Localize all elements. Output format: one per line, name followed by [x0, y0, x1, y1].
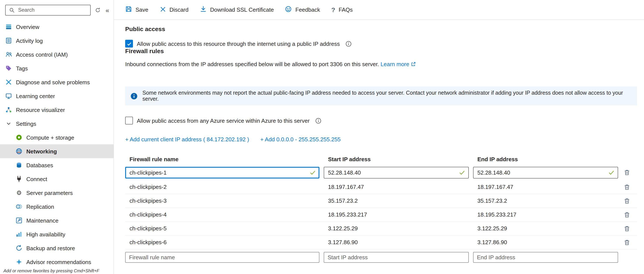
learn-more-link[interactable]: Learn more — [380, 61, 416, 67]
sidebar-item-label: Connect — [26, 176, 47, 182]
sidebar-search-bar: « — [0, 0, 114, 19]
sidebar-item-label: Maintenance — [26, 217, 58, 224]
activity-log-icon — [5, 37, 12, 44]
firewall-rule-row-editing — [125, 165, 637, 180]
add-client-ip-link[interactable]: + Add current client IP address ( 84.172… — [125, 136, 249, 143]
networking-icon — [16, 148, 22, 155]
question-mark-icon: ? — [331, 7, 335, 13]
sidebar-item-activity-log[interactable]: Activity log — [0, 34, 114, 48]
firewall-rules-table: Firewall rule name Start IP address End … — [125, 153, 637, 263]
sidebar-item-label: Overview — [16, 24, 39, 30]
collapse-sidebar-button[interactable]: « — [105, 7, 110, 13]
start-ip-cell: 18.197.167.47 — [324, 184, 469, 190]
valid-check-icon — [310, 169, 316, 176]
high-availability-icon — [16, 231, 22, 238]
new-start-ip-input[interactable] — [324, 252, 469, 263]
diagnose-icon — [5, 79, 12, 86]
public-access-checkbox[interactable] — [125, 40, 133, 48]
save-icon — [125, 6, 132, 14]
sidebar-item-label: Access control (IAM) — [16, 51, 68, 58]
delete-rule-button[interactable] — [622, 238, 631, 246]
feedback-label: Feedback — [296, 7, 320, 13]
sidebar-item-label: Tags — [16, 65, 28, 72]
rule-name-cell: ch-clickpipes-4 — [125, 211, 320, 218]
sidebar-item-databases[interactable]: Databases — [0, 158, 114, 172]
firewall-rule-row: ch-clickpipes-2 18.197.167.47 18.197.167… — [125, 180, 637, 194]
tags-icon — [5, 65, 12, 72]
new-rule-name-input[interactable] — [125, 252, 320, 263]
feedback-smiley-icon — [285, 6, 292, 14]
resource-menu: Overview Activity log Access control (IA… — [0, 19, 114, 268]
sidebar-item-replication[interactable]: Replication — [0, 200, 114, 213]
delete-rule-button[interactable] — [622, 196, 631, 205]
public-access-heading: Public access — [125, 26, 637, 33]
new-end-ip-input[interactable] — [473, 252, 618, 263]
sidebar-item-connect[interactable]: Connect — [0, 172, 114, 186]
sidebar-item-maintenance[interactable]: Maintenance — [0, 213, 114, 227]
replication-icon — [16, 203, 22, 210]
delete-rule-button[interactable] — [622, 224, 631, 233]
end-ip-input[interactable] — [473, 167, 618, 178]
access-control-icon — [5, 51, 12, 58]
sidebar-item-label: Databases — [26, 162, 53, 168]
save-button[interactable]: Save — [125, 6, 148, 14]
sidebar-group-settings[interactable]: Settings — [0, 117, 114, 131]
sidebar-item-label: Learning center — [16, 93, 55, 99]
start-ip-cell: 3.127.86.90 — [324, 239, 469, 245]
sidebar-item-overview[interactable]: Overview — [0, 20, 114, 34]
add-all-ips-link[interactable]: + Add 0.0.0.0 - 255.255.255.255 — [260, 136, 340, 143]
refresh-icon[interactable] — [94, 7, 101, 13]
sidebar-item-label: High availability — [26, 231, 66, 237]
end-ip-cell: 3.122.25.29 — [473, 225, 618, 232]
end-ip-cell: 18.197.167.47 — [473, 184, 618, 190]
maintenance-icon — [16, 217, 22, 224]
gear-icon: ⚙ — [16, 189, 22, 196]
sidebar-item-diagnose[interactable]: Diagnose and solve problems — [0, 75, 114, 89]
sidebar-item-networking[interactable]: Networking — [0, 144, 114, 158]
firewall-rule-row: ch-clickpipes-5 3.122.25.29 3.122.25.29 — [125, 222, 637, 235]
firewall-rule-row: ch-clickpipes-3 35.157.23.2 35.157.23.2 — [125, 194, 637, 208]
rule-name-cell: ch-clickpipes-2 — [125, 184, 320, 190]
sidebar-item-tags[interactable]: Tags — [0, 61, 114, 75]
sidebar-item-server-parameters[interactable]: ⚙ Server parameters — [0, 186, 114, 200]
faqs-label: FAQs — [338, 7, 353, 13]
sidebar-item-backup-restore[interactable]: Backup and restore — [0, 241, 114, 255]
rule-name-cell: ch-clickpipes-3 — [125, 197, 320, 204]
sidebar-item-resource-visualizer[interactable]: Resource visualizer — [0, 103, 114, 117]
sidebar-item-advisor-recommendations[interactable]: Advisor recommendations — [0, 255, 114, 268]
resource-visualizer-icon — [5, 106, 12, 113]
public-access-checkbox-label: Allow public access to this resource thr… — [137, 40, 340, 47]
start-ip-input[interactable] — [324, 167, 469, 178]
rule-name-input[interactable] — [125, 167, 320, 178]
feedback-button[interactable]: Feedback — [285, 6, 320, 14]
info-icon[interactable] — [315, 117, 322, 124]
sidebar-item-high-availability[interactable]: High availability — [0, 227, 114, 241]
sidebar-item-compute-storage[interactable]: Compute + storage — [0, 131, 114, 144]
learn-more-label: Learn more — [380, 61, 409, 67]
info-icon[interactable] — [345, 40, 352, 47]
sidebar-searchbox — [5, 5, 90, 15]
public-access-checkbox-row: Allow public access to this resource thr… — [125, 40, 637, 48]
discard-button[interactable]: Discard — [160, 6, 188, 14]
azure-portal-networking-page: « Overview Activity log Access control (… — [0, 0, 644, 274]
firewall-description: Inbound connections from the IP addresse… — [125, 61, 637, 68]
sidebar-item-label: Diagnose and solve problems — [16, 79, 90, 85]
valid-check-icon — [459, 169, 465, 176]
delete-rule-button[interactable] — [622, 183, 631, 191]
sidebar-item-learning-center[interactable]: Learning center — [0, 89, 114, 103]
search-input[interactable] — [17, 7, 88, 14]
delete-rule-button[interactable] — [622, 168, 631, 177]
overview-icon — [5, 23, 12, 30]
azure-services-checkbox[interactable] — [125, 117, 133, 124]
faqs-button[interactable]: ? FAQs — [331, 7, 353, 13]
sidebar-item-label: Networking — [26, 148, 57, 154]
sidebar-item-access-control[interactable]: Access control (IAM) — [0, 48, 114, 61]
start-ip-cell: 35.157.23.2 — [324, 197, 469, 204]
external-link-icon — [410, 61, 416, 68]
rule-name-cell: ch-clickpipes-5 — [125, 225, 320, 232]
delete-rule-button[interactable] — [622, 210, 631, 219]
download-ssl-button[interactable]: Download SSL Certificate — [200, 6, 274, 14]
sidebar-item-label: Backup and restore — [26, 245, 75, 251]
col-header-start-ip: Start IP address — [324, 156, 469, 162]
resource-menu-sidebar: « Overview Activity log Access control (… — [0, 0, 114, 274]
